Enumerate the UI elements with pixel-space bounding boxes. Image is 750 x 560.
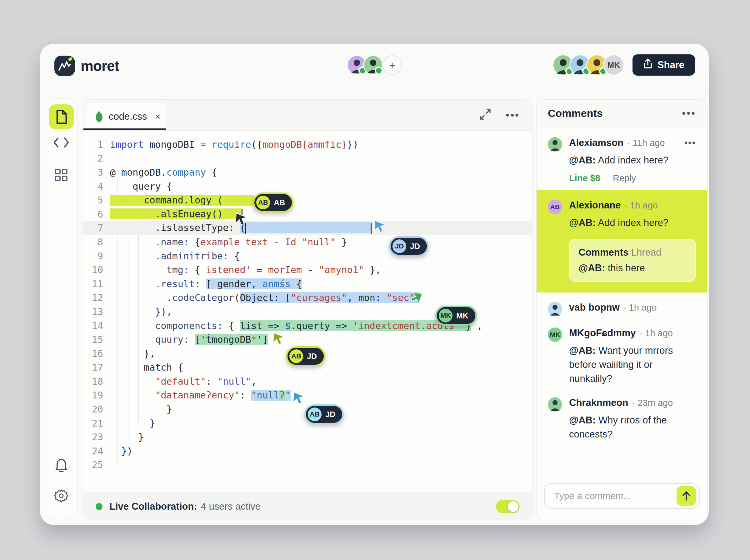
code-line[interactable]: 7 .islassetType: { [83,221,532,235]
header-user-cluster: MK Share [552,54,695,76]
code-line[interactable]: 25 [83,458,532,472]
code-token: .name: [155,237,195,247]
code-line[interactable]: 11 .result: [ gender, anmśs { [83,277,532,291]
editor-menu-icon[interactable]: ••• [506,109,520,121]
sidebar-item-apps[interactable] [45,168,78,182]
code-token: "amyno1" [319,264,364,275]
code-token: } [110,418,155,429]
comment-thread-card[interactable]: Comments Lhread@AB: this here [569,239,696,282]
code-token: match { [110,362,183,373]
line-number: 12 [83,292,103,303]
code-token: import [110,139,144,150]
line-number: 7 [83,222,103,234]
comment-reply-link[interactable]: Reply [613,173,636,183]
code-area[interactable]: 1import mongoDBI = require({mongoDB{ammf… [83,130,532,493]
sidebar-item-code[interactable] [45,137,78,148]
code-line[interactable]: 6 .alsEnueay() [83,207,532,221]
thread-title: Comments Lhread [579,247,687,258]
code-line[interactable]: 4 query { [83,179,532,194]
code-line[interactable]: 9 .adminitribe: { [83,249,532,263]
comment-line-link[interactable]: Line $8 [569,173,600,183]
toggle-knob [508,501,519,512]
line-number: 24 [83,446,103,457]
tab-filename: code.css [109,111,147,122]
comment-item[interactable]: vab bopnw· 1h ago [536,293,707,318]
code-token: ʔ [279,390,285,401]
line-number: 9 [83,251,103,262]
code-token: , mon: [347,292,387,303]
share-button[interactable]: Share [632,54,695,76]
avatar: AB [548,200,562,214]
code-line[interactable]: 3@ mongoDB.company { [83,165,532,179]
code-line[interactable]: 23 } [83,430,532,444]
line-number: 19 [83,390,103,401]
line-number: 2 [83,153,103,164]
code-token [110,251,155,262]
comments-list[interactable]: Alexiamson· 11h ago•••@AB: Add index her… [536,128,707,478]
code-line[interactable]: 8 .name: {example text - Id "null" } [83,235,532,249]
avatar [548,397,562,412]
code-token: "null" [217,376,251,387]
code-token: command.logy ( [110,195,254,206]
code-line[interactable]: 10 tmg: { istened' = morIem - "amyno1" }… [83,263,532,277]
code-token: $ [285,320,291,331]
cursor-pill-mk-mk: MK MK [435,306,477,326]
code-token: .querty => [291,320,353,331]
code-token: company [166,167,206,178]
code-token: }, [364,264,381,275]
code-line[interactable]: 5 command.logy ( [83,193,532,207]
comment-item[interactable]: MKMKgoFɕdmmy· 1h ago@AB: Want your mrror… [536,318,707,388]
live-collab-toggle[interactable] [496,500,520,513]
pill-label: JD [410,242,420,251]
comments-header: Comments ••• [536,100,707,127]
code-line[interactable]: 24 }) [83,444,532,458]
code-line[interactable]: 18 "default": "null", [83,374,532,388]
sidebar [45,98,78,520]
tab-code-css[interactable]: code.css × [86,103,166,130]
comment-item[interactable]: Chraknmeon· 23m ago@AB: Why rıros of the… [536,388,707,443]
code-token: { [195,237,200,247]
send-comment-button[interactable] [676,486,696,506]
line-number: 25 [83,459,103,470]
avatar-mk[interactable]: MK [603,54,624,76]
code-token [110,278,155,289]
code-token [110,237,155,247]
code-line[interactable]: 2 [83,152,532,166]
avatar[interactable] [363,55,383,75]
code-line[interactable]: 19 "datanameʔency": "nullʔ" [83,388,532,402]
comments-menu-icon[interactable]: ••• [682,107,696,119]
code-token: tmg: [166,264,195,275]
code-token: .result: [155,278,206,289]
expand-icon[interactable] [479,108,491,122]
comment-item[interactable]: Alexiamson· 11h ago•••@AB: Add index her… [536,128,707,185]
comment-item[interactable]: ABAlexionane· 1h ago@AB: Add index here?… [536,190,707,293]
comment-menu-icon[interactable]: ••• [684,138,696,148]
code-line[interactable]: 12 .codeCategor(Object: ["cursages", mon… [83,291,532,305]
screen: moret + [0,0,750,560]
line-number: 6 [83,209,103,220]
code-token: "default" [155,376,206,387]
line-number: 16 [83,348,103,359]
code-line[interactable]: 1import mongoDBI = require({mongoDB{ammf… [83,138,532,152]
sidebar-item-notifications[interactable] [45,458,78,473]
code-token: }), [110,306,172,317]
code-token: }, [110,348,155,359]
comment-author: Chraknmeon [569,397,628,408]
code-token: [ gender, [206,278,263,289]
sidebar-item-files[interactable] [49,104,74,129]
add-collaborator-button[interactable]: + [383,55,402,75]
pill-label: JD [325,410,335,419]
line-number: 11 [83,278,103,289]
line-number: 10 [83,264,103,275]
comment-author: Alexiamson [569,137,624,148]
avatar: MK [548,327,562,342]
comment-input[interactable] [553,490,676,502]
code-token [110,264,166,275]
code-token [110,376,155,387]
code-line[interactable]: 15 quury: ['ṫmongoDB*'] [83,333,532,346]
sidebar-item-settings[interactable] [45,489,78,503]
line-number: 5 [83,195,103,206]
tab-close-icon[interactable]: × [155,111,161,122]
logo-mark-icon [54,56,75,76]
code-token: "cursages" [291,292,347,303]
